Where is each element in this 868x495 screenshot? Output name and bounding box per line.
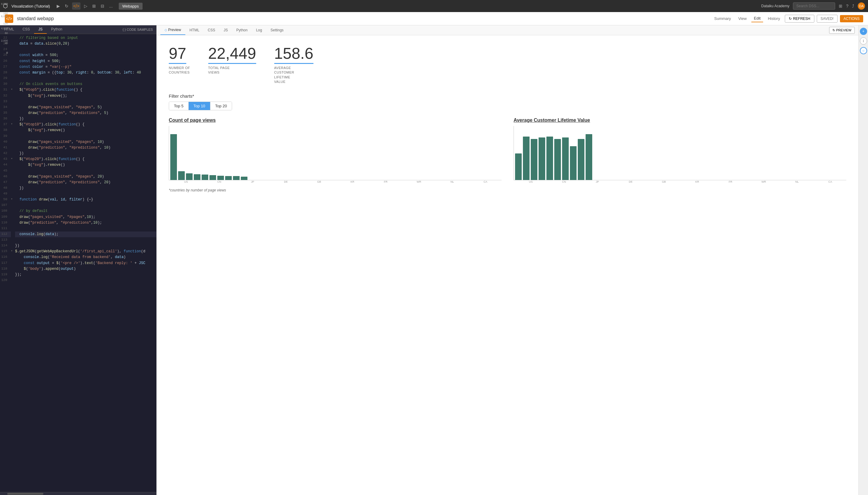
code-line: 43 ▾ $("#top20").click(function() {: [0, 156, 156, 162]
preview-tab-preview[interactable]: ◇ Preview: [160, 25, 185, 35]
fold-arrow[interactable]: ▾: [11, 122, 15, 127]
code-line: 107: [0, 203, 156, 208]
bar: [523, 137, 530, 180]
grid-icon[interactable]: ⊞: [839, 4, 843, 8]
fold-arrow: [11, 266, 15, 272]
line-number: 49: [0, 191, 11, 197]
line-number: 111: [0, 226, 11, 232]
fold-arrow[interactable]: ▾: [11, 197, 15, 203]
preview-tab-js[interactable]: JS: [220, 25, 232, 35]
code-samples-button[interactable]: { } CODE SAMPLES: [119, 25, 156, 34]
line-code: draw("prediction", "#predictions",10);: [15, 220, 156, 226]
dataiku-academy-link[interactable]: Dataiku Academy: [761, 4, 789, 8]
preview-tab-css[interactable]: CSS: [204, 25, 220, 35]
webapps-tab[interactable]: Webapps: [119, 3, 142, 10]
fold-arrow: [11, 168, 15, 174]
preview-tab-settings[interactable]: Settings: [266, 25, 288, 35]
tab-python[interactable]: Python: [47, 25, 66, 34]
chart-lifetime: Average Customer Lifetime Value 200 160 …: [514, 118, 846, 183]
scrollbar-thumb[interactable]: [7, 493, 44, 495]
fold-arrow[interactable]: ▾: [11, 156, 15, 162]
nav-history[interactable]: History: [765, 15, 782, 22]
search-input[interactable]: [793, 2, 835, 10]
code-line: 117 const output = $('<pre />').text('Ba…: [0, 260, 156, 266]
fold-arrow: [11, 254, 15, 260]
project-title[interactable]: Visualization (Tutorial): [12, 4, 50, 8]
fold-arrow[interactable]: ▾: [11, 87, 15, 93]
code-line: 34 draw("pages_visited", "#pages", 5): [0, 105, 156, 110]
bar-fill: [546, 137, 553, 180]
fold-arrow: [11, 47, 15, 52]
nav-icon-code[interactable]: </>: [72, 2, 81, 10]
line-code: console.log('Received data from backend'…: [15, 254, 156, 260]
analytics-icon[interactable]: ⤴: [852, 4, 854, 8]
preview-tab-python[interactable]: Python: [232, 25, 251, 35]
nav-view[interactable]: View: [736, 15, 749, 22]
bar: [562, 137, 569, 180]
code-scrollbar[interactable]: [0, 492, 156, 495]
app-name: standard webapp: [17, 16, 54, 21]
line-number: 26: [0, 58, 11, 64]
bar-fill: [170, 134, 177, 180]
nav-icon-more[interactable]: ...: [108, 2, 114, 10]
code-editor[interactable]: 22 // filtering based on input 23 data =…: [0, 34, 156, 492]
main-layout: HTML CSS JS Python { } CODE SAMPLES 22 /…: [0, 25, 868, 495]
right-sidebar: + i ○: [858, 25, 868, 495]
fold-arrow: [11, 116, 15, 122]
actions-button[interactable]: ACTIONS: [840, 15, 863, 22]
sidebar-circle-icon[interactable]: ○: [860, 47, 867, 54]
filter-top10[interactable]: Top 10: [189, 102, 210, 110]
preview-tab-log[interactable]: Log: [251, 25, 266, 35]
stat-lifetime: 158.6 AVERAGECUSTOMERLIFETIMEVALUE: [274, 44, 313, 84]
preview-tab-html[interactable]: HTML: [185, 25, 204, 35]
nav-edit[interactable]: Edit: [751, 15, 763, 22]
help-icon[interactable]: ?: [846, 4, 848, 8]
line-code: [15, 168, 156, 174]
avatar[interactable]: DA: [858, 2, 865, 10]
bar: [202, 174, 208, 180]
line-number: 31: [0, 87, 11, 93]
fold-arrow: [11, 35, 15, 41]
code-line: 113: [0, 237, 156, 243]
code-line: 50 ▾ function draw(val, id, filter) {↔}: [0, 197, 156, 203]
filter-section: Filter charts* Top 5 Top 10 Top 20: [169, 93, 846, 110]
bar-fill: [225, 176, 232, 180]
code-line: 24: [0, 47, 156, 52]
nav-icon-monitor[interactable]: ⊟: [100, 2, 105, 10]
code-line: 116 console.log('Received data from back…: [0, 254, 156, 260]
nav-summary[interactable]: Summary: [712, 15, 733, 22]
line-number: 110: [0, 220, 11, 226]
line-number: 29: [0, 76, 11, 81]
saved-button[interactable]: SAVED!: [817, 15, 837, 23]
tab-js[interactable]: JS: [34, 25, 47, 34]
nav-icon-refresh[interactable]: ↻: [64, 2, 70, 10]
bar: [578, 139, 585, 180]
nav-icon-grid[interactable]: ⊞: [91, 2, 97, 10]
sidebar-plus-icon[interactable]: +: [860, 28, 867, 35]
refresh-button[interactable]: ↻ REFRESH: [785, 15, 814, 23]
code-line: 23 data = data.slice(0,20): [0, 41, 156, 47]
line-number: 38: [0, 127, 11, 133]
code-line: 114 }): [0, 243, 156, 249]
nav-icon-play[interactable]: ▶: [55, 2, 61, 10]
bar: [241, 177, 247, 180]
fold-arrow: [11, 41, 15, 47]
bar: [209, 175, 216, 180]
code-line: 36 }): [0, 116, 156, 122]
tab-css[interactable]: CSS: [18, 25, 34, 34]
line-code: const color = "var(--p)": [15, 64, 156, 70]
filter-top20[interactable]: Top 20: [210, 102, 232, 110]
fold-arrow: [11, 145, 15, 151]
line-number: 112: [0, 232, 11, 237]
sidebar-info-icon[interactable]: i: [860, 37, 867, 45]
line-code: }): [15, 151, 156, 156]
nav-icon-run[interactable]: ▷: [83, 2, 89, 10]
filter-top5[interactable]: Top 5: [169, 102, 189, 110]
bar: [515, 153, 522, 180]
fold-arrow[interactable]: ▾: [11, 249, 15, 254]
line-number: 27: [0, 64, 11, 70]
bar: [554, 139, 561, 180]
fold-arrow: [11, 81, 15, 87]
bar: [233, 176, 240, 180]
preview-button[interactable]: ↻ PREVIEW: [829, 27, 855, 34]
